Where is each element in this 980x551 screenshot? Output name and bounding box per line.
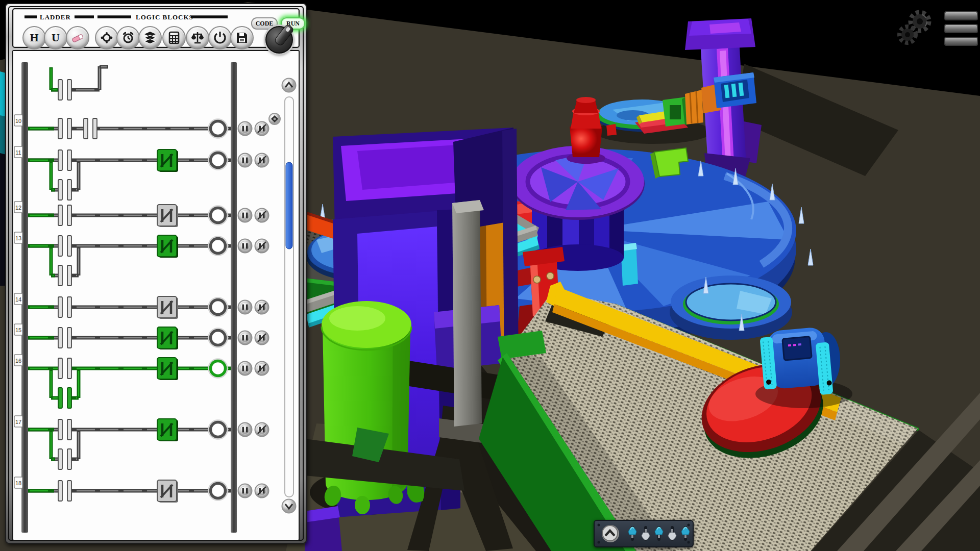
rung-number: 11 <box>15 149 21 156</box>
insert-contact-button[interactable] <box>238 362 252 375</box>
contact-bar[interactable] <box>67 118 71 139</box>
save-button[interactable] <box>230 26 254 49</box>
rung-number: 10 <box>15 118 21 124</box>
divider <box>75 15 94 18</box>
insert-nc-contact-button[interactable] <box>255 331 269 345</box>
insert-contact-button[interactable] <box>238 423 252 437</box>
contact-bar[interactable] <box>67 265 71 286</box>
insert-nc-contact-button[interactable] <box>255 484 269 498</box>
scrollbar-track[interactable] <box>285 97 293 497</box>
insert-contact-button[interactable] <box>238 154 252 167</box>
contact-bar[interactable] <box>67 388 71 408</box>
insert-contact-button[interactable] <box>238 300 252 314</box>
contact-bar[interactable] <box>67 449 71 469</box>
insert-nc-contact-button[interactable] <box>255 239 269 253</box>
insert-contact-button[interactable] <box>238 484 252 498</box>
compare-button[interactable] <box>186 26 209 49</box>
insert-contact-button[interactable] <box>238 209 252 222</box>
scroll-down-button[interactable] <box>282 499 296 513</box>
group-label-logic-blocks: LOGIC BLOCKS <box>136 13 193 21</box>
contact-bar[interactable] <box>58 236 62 256</box>
contact-bar[interactable] <box>67 358 71 379</box>
insert-contact-button[interactable] <box>238 331 252 345</box>
ladder-toolbar: LADDER LOGIC BLOCKS H U <box>12 8 300 48</box>
rung-number: 12 <box>15 205 21 211</box>
contact-bar[interactable] <box>58 297 62 317</box>
contact-bar[interactable] <box>58 358 62 379</box>
insert-nc-contact-button[interactable] <box>255 154 269 167</box>
divider <box>24 15 37 18</box>
contact-bar[interactable] <box>58 388 62 408</box>
divider <box>191 15 228 18</box>
insert-nc-contact-button[interactable] <box>255 423 269 437</box>
camera-lever-up[interactable] <box>655 526 663 541</box>
insert-contact-button[interactable] <box>238 122 252 136</box>
insert-nc-contact-button[interactable] <box>255 300 269 314</box>
dock-expand-button[interactable] <box>602 525 619 542</box>
contact-bar[interactable] <box>58 180 62 200</box>
insert-nc-contact-button[interactable] <box>255 122 269 136</box>
contact-bar[interactable] <box>67 481 71 501</box>
contact-bar[interactable] <box>58 419 62 440</box>
contact-bar[interactable] <box>58 118 62 139</box>
contact-bar[interactable] <box>58 328 62 348</box>
insert-nc-contact-button[interactable] <box>255 209 269 222</box>
contact-bar[interactable] <box>67 328 71 348</box>
menu-bar <box>944 37 978 46</box>
coil[interactable] <box>211 331 226 345</box>
coil[interactable] <box>211 239 226 254</box>
eraser-icon <box>70 30 85 45</box>
timer-icon <box>121 31 135 45</box>
contact-bar[interactable] <box>84 118 88 139</box>
power-button[interactable] <box>208 26 232 49</box>
blue-lever-knob-icon <box>628 528 636 535</box>
contact-bar[interactable] <box>93 118 97 139</box>
motor-screen <box>782 337 812 361</box>
settings-gears-icon[interactable] <box>894 6 941 53</box>
coil[interactable] <box>211 484 226 498</box>
timer-button[interactable] <box>116 26 140 49</box>
silver-lever-knob-icon <box>642 533 650 540</box>
contact-bar[interactable] <box>58 265 62 286</box>
coil[interactable] <box>211 121 226 136</box>
camera-lever-up[interactable] <box>681 526 690 541</box>
camera-dock <box>594 520 694 547</box>
contact-bar[interactable] <box>67 180 71 200</box>
node-icon <box>100 31 114 45</box>
contact-bar[interactable] <box>58 80 62 100</box>
insert-nc-contact-button[interactable] <box>255 362 269 375</box>
layers-button[interactable] <box>138 26 162 49</box>
coil[interactable] <box>211 300 226 315</box>
contact-h-button[interactable]: H <box>22 26 46 49</box>
contact-bar[interactable] <box>58 205 62 226</box>
contact-bar[interactable] <box>58 449 62 469</box>
eraser-button[interactable] <box>66 26 89 49</box>
insert-contact-button[interactable] <box>238 239 252 253</box>
scroll-up-button[interactable] <box>282 79 296 92</box>
silver-lever-knob-icon <box>668 533 676 540</box>
contact-bar[interactable] <box>67 150 71 170</box>
contact-bar[interactable] <box>67 205 71 226</box>
mode-selector-knob[interactable] <box>265 26 293 54</box>
coil[interactable] <box>211 208 226 223</box>
hamburger-menu-icon[interactable] <box>944 11 977 49</box>
contact-bar[interactable] <box>67 297 71 317</box>
contact-bar[interactable] <box>67 419 71 440</box>
node-button[interactable] <box>95 26 118 49</box>
contact-bar[interactable] <box>67 236 71 256</box>
contact-bar[interactable] <box>58 150 62 170</box>
ladder-editor-panel: LADDER LOGIC BLOCKS H U <box>5 3 307 544</box>
coil[interactable] <box>211 361 226 376</box>
contact-bar[interactable] <box>67 80 71 100</box>
camera-lever-up[interactable] <box>628 526 636 541</box>
branch-u-button[interactable]: U <box>44 26 67 49</box>
camera-lever-down[interactable] <box>642 526 650 541</box>
scrollbar-thumb[interactable] <box>286 162 292 249</box>
contact-bar[interactable] <box>58 481 62 501</box>
calculator-button[interactable] <box>162 26 186 49</box>
coil[interactable] <box>211 153 226 168</box>
camera-lever-down[interactable] <box>668 526 676 541</box>
knob-lever <box>274 23 295 47</box>
right-power-rail <box>231 62 237 533</box>
coil[interactable] <box>211 422 226 437</box>
